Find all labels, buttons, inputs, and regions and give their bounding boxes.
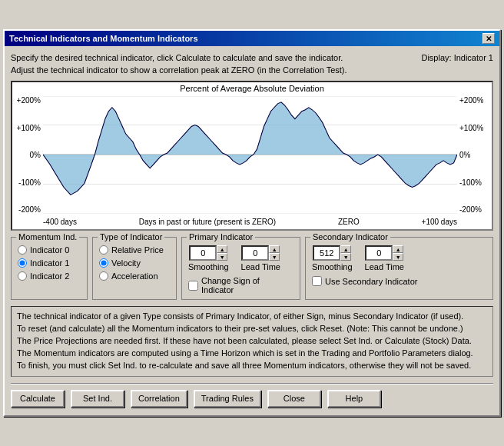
separator xyxy=(11,383,493,384)
secondary-leadtime-buttons: ▲ ▼ xyxy=(393,245,403,261)
close-button[interactable]: Close xyxy=(267,390,321,408)
window-body: Specify the desired technical indicator,… xyxy=(5,46,499,414)
use-secondary-label: Use Secondary Indicator xyxy=(325,277,417,286)
indicator2-radio[interactable] xyxy=(18,271,27,281)
primary-smoothing-control: ▲ ▼ xyxy=(189,245,227,261)
primary-leadtime-group: ▲ ▼ Lead Time xyxy=(241,245,280,271)
velocity-label: Velocity xyxy=(111,258,141,268)
primary-leadtime-up[interactable]: ▲ xyxy=(269,245,280,253)
change-sign-row[interactable]: Change Sign of Indicator xyxy=(188,276,293,295)
secondary-smoothing-down[interactable]: ▼ xyxy=(340,253,351,261)
primary-leadtime-buttons: ▲ ▼ xyxy=(269,245,280,261)
close-icon[interactable]: ✕ xyxy=(482,33,495,44)
use-secondary-checkbox[interactable] xyxy=(312,276,322,286)
instruction-line1: Specify the desired technical indicator,… xyxy=(11,53,343,62)
chart-svg xyxy=(43,96,457,214)
primary-spinner-row: ▲ ▼ Smoothing ▲ ▼ xyxy=(188,245,293,271)
window-title: Technical Indicators and Momentum Indica… xyxy=(9,34,198,43)
primary-group: Primary Indicator ▲ ▼ Smoothing xyxy=(181,237,300,300)
chart-label-neg200-left: -200% xyxy=(18,205,41,214)
description-box: The technical indicator of a given Type … xyxy=(11,306,493,377)
chart-label-100-left: +100% xyxy=(17,124,41,132)
acceleration-option[interactable]: Acceleration xyxy=(99,271,170,281)
desc-line3: The Price Projections are needed first. … xyxy=(17,335,487,348)
controls-row: Momentum Ind. Indicator 0 Indicator 1 In… xyxy=(11,237,493,300)
instructions-area: Specify the desired technical indicator,… xyxy=(11,52,493,76)
title-bar: Technical Indicators and Momentum Indica… xyxy=(5,31,499,46)
primary-smoothing-input[interactable] xyxy=(189,245,217,261)
momentum-group: Momentum Ind. Indicator 0 Indicator 1 In… xyxy=(11,237,88,300)
set-ind-button[interactable]: Set Ind. xyxy=(71,390,124,408)
primary-leadtime-input[interactable] xyxy=(241,245,269,261)
secondary-smoothing-up[interactable]: ▲ xyxy=(340,245,351,253)
chart-container: Percent of Average Absolute Deviation +2… xyxy=(11,81,493,231)
desc-line2: To reset (and calculate) all the Momentu… xyxy=(17,323,487,335)
chart-area xyxy=(43,96,457,214)
indicator0-label: Indicator 0 xyxy=(30,245,69,255)
type-group-label: Type of Indicator xyxy=(98,232,164,241)
correlation-button[interactable]: Correlation xyxy=(131,390,187,408)
secondary-leadtime-label: Lead Time xyxy=(365,262,404,271)
display-label: Display: xyxy=(421,53,451,62)
relative-price-option[interactable]: Relative Price xyxy=(99,245,170,255)
indicator2-label: Indicator 2 xyxy=(30,271,69,281)
relative-price-label: Relative Price xyxy=(111,245,164,255)
change-sign-checkbox[interactable] xyxy=(188,281,198,291)
chart-bottom-center: Days in past or future (present is ZERO) xyxy=(139,218,276,226)
momentum-group-label: Momentum Ind. xyxy=(16,232,79,241)
chart-label-200-top-left: +200% xyxy=(17,96,41,105)
chart-bottom-zero: ZERO xyxy=(338,218,360,226)
primary-group-label: Primary Indicator xyxy=(187,232,255,241)
svg-marker-5 xyxy=(43,102,457,195)
secondary-leadtime-group: ▲ ▼ Lead Time xyxy=(365,245,404,271)
primary-leadtime-control: ▲ ▼ xyxy=(241,245,280,261)
secondary-smoothing-buttons: ▲ ▼ xyxy=(340,245,351,261)
indicator1-option[interactable]: Indicator 1 xyxy=(18,258,81,268)
instructions-text: Specify the desired technical indicator,… xyxy=(11,52,406,76)
chart-label-neg200-right: -200% xyxy=(459,205,482,214)
secondary-leadtime-input[interactable] xyxy=(365,245,393,261)
secondary-leadtime-down[interactable]: ▼ xyxy=(393,253,403,261)
chart-label-100-right: +100% xyxy=(459,124,483,132)
primary-smoothing-up[interactable]: ▲ xyxy=(217,245,227,253)
button-row: Calculate Set Ind. Correlation Trading R… xyxy=(11,387,493,409)
change-sign-label: Change Sign of Indicator xyxy=(201,276,293,295)
primary-smoothing-down[interactable]: ▼ xyxy=(217,253,227,261)
chart-bottom: -400 days Days in past or future (presen… xyxy=(43,214,457,229)
indicator0-option[interactable]: Indicator 0 xyxy=(18,245,81,255)
instruction-line2: Adjust the technical indicator to show a… xyxy=(11,65,347,75)
indicator0-radio[interactable] xyxy=(18,245,27,255)
use-secondary-row[interactable]: Use Secondary Indicator xyxy=(312,276,486,286)
display-area: Display: Indicator 1 xyxy=(421,52,493,64)
primary-smoothing-group: ▲ ▼ Smoothing xyxy=(188,245,229,271)
calculate-button[interactable]: Calculate xyxy=(11,390,65,408)
secondary-smoothing-input[interactable] xyxy=(313,245,340,261)
secondary-smoothing-label: Smoothing xyxy=(312,262,353,271)
indicator1-radio[interactable] xyxy=(18,258,27,268)
primary-smoothing-label: Smoothing xyxy=(188,262,229,271)
chart-label-neg100-left: -100% xyxy=(18,178,41,187)
chart-right-labels: +200% +100% 0% -100% -200% xyxy=(457,96,492,214)
desc-line4: The Momentum indicators are computed usi… xyxy=(17,348,487,360)
chart-title: Percent of Average Absolute Deviation xyxy=(12,82,492,95)
indicator2-option[interactable]: Indicator 2 xyxy=(18,271,81,281)
relative-price-radio[interactable] xyxy=(99,245,108,255)
trading-rules-button[interactable]: Trading Rules xyxy=(194,390,261,408)
velocity-radio[interactable] xyxy=(99,258,108,268)
help-button[interactable]: Help xyxy=(327,390,381,408)
chart-label-0-right: 0% xyxy=(459,151,470,159)
velocity-option[interactable]: Velocity xyxy=(99,258,170,268)
acceleration-radio[interactable] xyxy=(99,271,108,281)
chart-left-labels: +200% +100% 0% -100% -200% xyxy=(12,96,43,214)
primary-leadtime-label: Lead Time xyxy=(241,262,280,271)
secondary-leadtime-control: ▲ ▼ xyxy=(365,245,403,261)
chart-label-0-left: 0% xyxy=(30,151,41,159)
secondary-smoothing-control: ▲ ▼ xyxy=(313,245,351,261)
acceleration-label: Acceleration xyxy=(111,271,158,281)
indicator1-label: Indicator 1 xyxy=(30,258,69,268)
main-window: Technical Indicators and Momentum Indica… xyxy=(3,29,501,416)
secondary-leadtime-up[interactable]: ▲ xyxy=(393,245,403,253)
primary-leadtime-down[interactable]: ▼ xyxy=(269,253,280,261)
secondary-spinner-row: ▲ ▼ Smoothing ▲ ▼ xyxy=(312,245,486,271)
secondary-group: Secondary Indicator ▲ ▼ Smoothing xyxy=(305,237,493,300)
